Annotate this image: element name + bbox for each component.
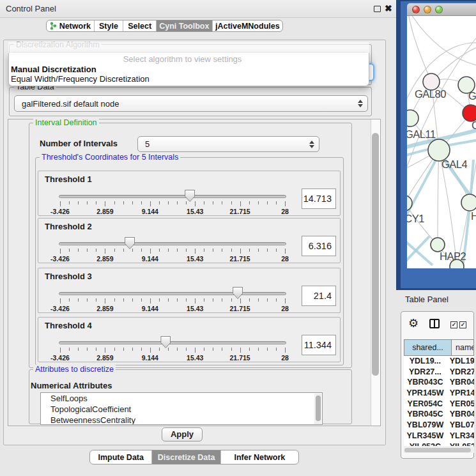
tick-mark xyxy=(132,201,133,204)
number-of-intervals-combobox[interactable]: 5 xyxy=(137,136,319,152)
popup-item-manual-discretization[interactable]: Manual Discretization xyxy=(11,65,367,74)
attribute-item-topologicalcoefficient[interactable]: TopologicalCoefficient xyxy=(41,404,322,415)
table-row[interactable]: YLR345WYLR345W xyxy=(404,431,474,441)
bottom-tab-infer-network[interactable]: Infer Network xyxy=(220,450,298,464)
attribute-item-betweennesscentrality[interactable]: BetweennessCentrality xyxy=(41,415,322,425)
tab-cyni-toolbox[interactable]: Cyni Toolbox xyxy=(156,20,212,31)
tick-mark xyxy=(222,249,222,252)
table-row[interactable]: YPR145WYPR145W xyxy=(404,388,474,399)
thumb-face xyxy=(161,337,170,348)
threshold-3-slider-track[interactable] xyxy=(59,292,286,295)
tick-mark xyxy=(96,249,96,252)
table-row[interactable]: YER054CYER054C xyxy=(404,399,474,410)
application-window: Control Panel ✖ NetworkStyleSelectCyni T… xyxy=(0,0,476,476)
tab-style[interactable]: Style xyxy=(94,20,123,31)
tick-mark xyxy=(132,298,133,302)
tick-label: 28 xyxy=(271,255,299,263)
threshold-1-slider-thumb[interactable] xyxy=(185,190,195,202)
tick-mark xyxy=(69,249,70,252)
tick-mark xyxy=(222,298,222,302)
threshold-4-row: Threshold 4-3.4262.8599.14415.4321.71528… xyxy=(38,317,341,362)
bottom-tab-impute-data[interactable]: Impute Data xyxy=(90,450,151,464)
tick-mark xyxy=(213,201,213,204)
threshold-1-slider-track[interactable] xyxy=(59,195,286,198)
network-node[interactable] xyxy=(450,259,464,268)
attributes-list-scrollbar[interactable] xyxy=(314,394,321,424)
checked-box-icon[interactable]: ✓ xyxy=(459,321,466,328)
threshold-1-value-field[interactable]: 14.713 xyxy=(302,188,336,209)
table-data-combobox[interactable]: galFiltered.sif default node xyxy=(14,95,368,112)
cell-shared-name: YBL079W xyxy=(404,420,447,431)
threshold-3-value-field[interactable]: 21.4 xyxy=(302,286,336,306)
network-node-label: C xyxy=(472,119,476,131)
tick-label: -3.426 xyxy=(46,208,74,215)
tick-mark xyxy=(123,201,124,204)
apply-button[interactable]: Apply xyxy=(162,427,203,441)
threshold-2-value-field[interactable]: 6.316 xyxy=(302,236,336,256)
close-icon[interactable]: ✖ xyxy=(385,3,392,13)
network-node-hap2[interactable] xyxy=(431,238,445,252)
number-of-intervals-value: 5 xyxy=(145,139,150,149)
threshold-4-value-field[interactable]: 11.344 xyxy=(302,335,336,355)
table-row[interactable]: YIL052CYIL052C xyxy=(404,441,474,447)
tick-mark xyxy=(96,298,96,302)
gear-icon[interactable]: ⚙ xyxy=(408,316,418,330)
tick-mark xyxy=(150,348,151,353)
tab-network[interactable]: Network xyxy=(47,20,94,31)
attribute-item-selfloops[interactable]: SelfLoops xyxy=(41,393,322,404)
table-row[interactable]: YBR043CYBR043C xyxy=(404,377,474,388)
table-hscrollbar[interactable] xyxy=(404,447,474,453)
table-header-name[interactable]: name xyxy=(452,339,474,356)
close-traffic-light[interactable] xyxy=(412,6,420,13)
algorithm-popup-translucent-edge xyxy=(8,42,369,53)
tab-select[interactable]: Select xyxy=(123,20,156,31)
numerical-attributes-label: Numerical Attributes xyxy=(31,381,112,390)
combo-stepper-icon xyxy=(309,140,314,149)
tick-label: 21.715 xyxy=(226,208,254,215)
popup-item-equal-width-frequency[interactable]: Equal Width/Frequency Discretization xyxy=(11,75,367,84)
split-columns-icon[interactable] xyxy=(429,319,440,328)
tick-mark xyxy=(240,249,241,254)
checked-box-icon[interactable]: ✓ xyxy=(450,321,457,328)
threshold-4-slider-thumb[interactable] xyxy=(160,336,171,348)
bottom-tab-discretize-data[interactable]: Discretize Data xyxy=(151,450,220,464)
network-node-label: GAL80 xyxy=(415,88,446,100)
cell-shared-name: YLR345W xyxy=(404,431,447,441)
minimize-traffic-light[interactable] xyxy=(424,6,431,13)
table-row[interactable]: YBR045CYBR045C xyxy=(404,409,474,420)
threshold-3-slider-thumb[interactable] xyxy=(233,287,243,299)
table-header-shared-name[interactable]: shared... xyxy=(404,339,452,356)
network-node-label: GCY1 xyxy=(407,213,424,224)
network-canvas[interactable]: GAL80GCGAL11GAL4GCY1HHAP2 xyxy=(407,16,476,268)
cell-shared-name: YBR043C xyxy=(404,377,447,388)
threshold-2-slider-track[interactable] xyxy=(59,242,286,245)
table-row[interactable]: YDL19...YDL19... xyxy=(404,356,474,367)
settings-scrollbar-thumb[interactable] xyxy=(372,133,379,376)
tick-mark xyxy=(231,298,232,302)
float-window-icon[interactable] xyxy=(374,6,381,12)
tick-mark xyxy=(69,348,70,351)
tick-mark xyxy=(186,249,187,252)
tick-mark xyxy=(105,249,105,254)
network-node-label: G xyxy=(468,90,476,102)
threshold-4-slider-track[interactable] xyxy=(59,341,286,344)
network-node-gal4[interactable] xyxy=(428,139,450,161)
tick-mark xyxy=(276,348,277,351)
network-window-titlebar[interactable] xyxy=(407,3,476,16)
cell-name: YBL079W xyxy=(447,420,474,431)
table-row[interactable]: YBL079WYBL079W xyxy=(404,420,474,431)
table-row[interactable]: YDR27...YDR27... xyxy=(404,367,474,378)
network-node-gal11[interactable] xyxy=(407,110,418,127)
threshold-label: Threshold 3 xyxy=(45,272,92,281)
threshold-2-slider-thumb[interactable] xyxy=(125,237,135,249)
tab-jactivemnodules[interactable]: jActiveMNodules xyxy=(212,20,282,31)
cell-shared-name: YER054C xyxy=(404,399,447,410)
tick-label: 9.144 xyxy=(136,208,164,215)
zoom-traffic-light[interactable] xyxy=(435,6,443,13)
tick-mark xyxy=(69,298,70,302)
algorithm-dropdown-popup: Select algorithm to view settings Manual… xyxy=(8,53,369,86)
tick-mark xyxy=(204,201,204,204)
thumb-face xyxy=(233,288,242,298)
network-node-h[interactable] xyxy=(461,194,476,211)
tick-mark xyxy=(186,298,187,302)
